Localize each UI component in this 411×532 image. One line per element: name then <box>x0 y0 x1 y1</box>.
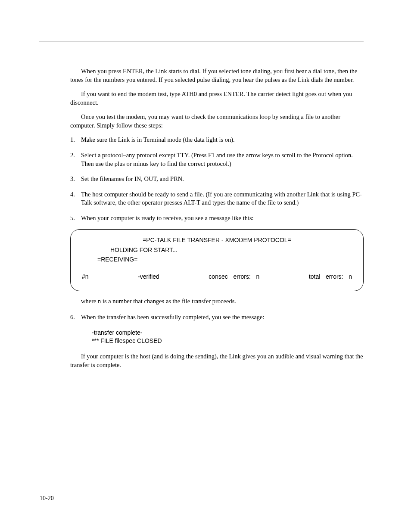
text: where <box>81 298 98 305</box>
paragraph-comm-loop-intro: Once you test the modem, you may want to… <box>70 113 364 130</box>
step-number: 5. <box>70 214 81 223</box>
step-number: 6. <box>70 313 81 322</box>
box-fields-line: #n -verified consec errors: n total erro… <box>82 272 352 281</box>
paragraph-where-n: where n is a number that changes as the … <box>81 297 364 306</box>
step-text: Set the filenames for IN, OUT, and PRN. <box>81 175 364 184</box>
step-text: The host computer should be ready to sen… <box>81 190 364 207</box>
step-number: 3. <box>70 175 81 184</box>
step-text: When the transfer has been successfully … <box>81 313 364 322</box>
step-text: When your computer is ready to receive, … <box>81 214 364 223</box>
page-number: 10-20 <box>40 495 54 502</box>
page-number-text: 10-20 <box>40 495 54 501</box>
box-header-line: =PC-TALK FILE TRANSFER - XMODEM PROTOCOL… <box>82 236 352 244</box>
spacer <box>82 264 352 272</box>
key-alt: ALT <box>184 199 195 206</box>
step-number: 1. <box>70 136 81 144</box>
text: Select a protocol–any protocol except TT… <box>81 152 208 159</box>
step-3: 3. Set the filenames for IN, OUT, and PR… <box>70 175 364 184</box>
text: If your computer is the host (and is doi… <box>70 353 363 368</box>
page-body: When you press ENTER, the Link starts to… <box>70 67 364 370</box>
text: Once you test the modem, you may want to… <box>70 113 340 129</box>
step-number: 2. <box>70 151 81 168</box>
text: and types the name of the file to send.) <box>200 199 299 206</box>
key-t: T <box>196 199 200 206</box>
step-text: Make sure the Link is in Terminal mode (… <box>81 136 364 144</box>
message-transfer-complete: -transfer complete- <box>92 329 364 337</box>
text: If you want to end the modem test, type … <box>81 90 224 97</box>
key-f1: F1 <box>208 152 215 159</box>
step-2: 2. Select a protocol–any protocol except… <box>70 151 364 168</box>
box-holding-line: HOLDING FOR START... <box>82 246 352 254</box>
paragraph-end-modem-test: If you want to end the modem test, type … <box>70 90 364 107</box>
text: When you press <box>81 68 123 75</box>
step-1: 1. Make sure the Link is in Terminal mod… <box>70 136 364 144</box>
text: is a number that changes as the file tra… <box>101 298 236 305</box>
key-enter: ENTER <box>224 90 244 97</box>
message-file-closed: *** FILE filespec CLOSED <box>92 337 364 345</box>
paragraph-host-sending: If your computer is the host (and is doi… <box>70 352 364 369</box>
box-receiving-line: =RECEIVING= <box>82 255 352 264</box>
screen-output-box: =PC-TALK FILE TRANSFER - XMODEM PROTOCOL… <box>70 229 364 291</box>
step-text: Select a protocol–any protocol except TT… <box>81 151 364 168</box>
header-divider <box>39 41 364 41</box>
key-enter: ENTER <box>123 68 143 75</box>
step-number: 4. <box>70 190 81 207</box>
step-6: 6. When the transfer has been successful… <box>70 313 364 322</box>
step-4: 4. The host computer should be ready to … <box>70 190 364 207</box>
paragraph-dial-description: When you press ENTER, the Link starts to… <box>70 67 364 84</box>
step-5: 5. When your computer is ready to receiv… <box>70 214 364 223</box>
